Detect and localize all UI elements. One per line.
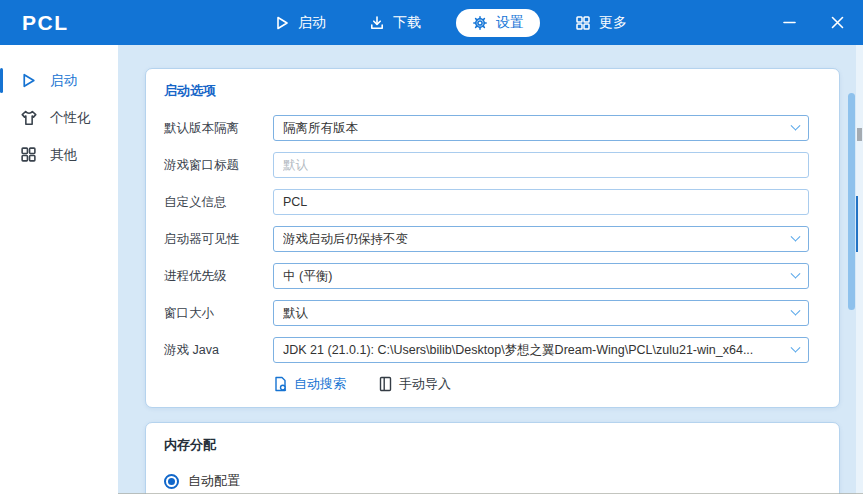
nav-more[interactable]: 更多 xyxy=(567,10,635,36)
launcher-visibility-select[interactable]: 游戏启动后仍保持不变 xyxy=(273,226,809,252)
scrollbar-thumb[interactable] xyxy=(848,93,855,310)
grid-icon xyxy=(20,146,38,163)
version-isolation-select[interactable]: 隔离所有版本 xyxy=(273,115,809,141)
chevron-down-icon xyxy=(791,342,801,352)
sidebar-item-label: 个性化 xyxy=(50,109,91,127)
import-icon xyxy=(378,376,393,392)
chevron-down-icon xyxy=(791,120,801,130)
nav-download-label: 下载 xyxy=(393,14,421,32)
app-logo: PCL xyxy=(22,11,69,35)
launch-options-card: 启动选项 默认版本隔离 隔离所有版本 游戏窗口标题 自定义信息 启动器可见性 游… xyxy=(145,68,840,408)
field-label: 默认版本隔离 xyxy=(164,120,273,137)
card-title[interactable]: 启动选项 xyxy=(164,82,839,100)
chevron-down-icon xyxy=(791,231,801,241)
minimize-icon xyxy=(783,16,796,29)
auto-search-link[interactable]: 自动搜索 xyxy=(273,375,346,393)
sidebar: 启动 个性化 其他 xyxy=(0,45,118,494)
manual-import-link[interactable]: 手动导入 xyxy=(378,375,451,393)
field-row-game-java: 游戏 Java JDK 21 (21.0.1): C:\Users\bilib\… xyxy=(164,337,809,363)
settings-page: 启动选项 默认版本隔离 隔离所有版本 游戏窗口标题 自定义信息 启动器可见性 游… xyxy=(118,45,863,494)
field-row-custom-info: 自定义信息 xyxy=(164,189,809,215)
gear-icon xyxy=(472,15,488,31)
play-icon xyxy=(274,15,290,31)
field-row-version-isolation: 默认版本隔离 隔离所有版本 xyxy=(164,115,809,141)
nav-settings-label: 设置 xyxy=(496,14,524,32)
sidebar-item-launch[interactable]: 启动 xyxy=(0,62,118,99)
memory-allocation-card: 内存分配 自动配置 xyxy=(145,422,840,494)
sidebar-item-personalization[interactable]: 个性化 xyxy=(0,99,118,136)
window-title-input[interactable] xyxy=(274,153,808,177)
window-title-field-wrap xyxy=(273,152,809,178)
background-window-edge xyxy=(856,45,863,494)
doc-search-icon xyxy=(273,376,288,392)
nav-download[interactable]: 下载 xyxy=(361,10,429,36)
top-nav: 启动 下载 设置 更多 xyxy=(266,0,635,45)
sidebar-item-label: 启动 xyxy=(50,72,77,90)
custom-info-field-wrap xyxy=(273,189,809,215)
field-label: 游戏 Java xyxy=(164,342,273,359)
window-size-select[interactable]: 默认 xyxy=(273,300,809,326)
play-icon xyxy=(20,72,38,89)
selected-indicator xyxy=(0,68,3,93)
grid-icon xyxy=(575,15,591,31)
field-row-process-priority: 进程优先级 中 (平衡) xyxy=(164,263,809,289)
field-row-launcher-visibility: 启动器可见性 游戏启动后仍保持不变 xyxy=(164,226,809,252)
auto-search-label: 自动搜索 xyxy=(294,375,346,393)
game-java-select[interactable]: JDK 21 (21.0.1): C:\Users\bilib\Desktop\… xyxy=(273,337,809,363)
field-label: 自定义信息 xyxy=(164,194,273,211)
manual-import-label: 手动导入 xyxy=(399,375,451,393)
card-title[interactable]: 内存分配 xyxy=(164,436,839,454)
custom-info-input[interactable] xyxy=(274,190,808,214)
field-label: 进程优先级 xyxy=(164,268,273,285)
auto-memory-radio-label: 自动配置 xyxy=(188,472,240,490)
radio-selected-icon[interactable] xyxy=(164,474,179,489)
sidebar-item-label: 其他 xyxy=(50,146,77,164)
nav-launch[interactable]: 启动 xyxy=(266,10,334,36)
background-window-artifact xyxy=(856,196,858,252)
window-controls xyxy=(777,0,849,45)
nav-settings[interactable]: 设置 xyxy=(456,9,540,37)
auto-memory-radio-row[interactable]: 自动配置 xyxy=(164,471,839,491)
field-label: 窗口大小 xyxy=(164,305,273,322)
java-actions: 自动搜索 手动导入 xyxy=(273,374,839,394)
process-priority-select[interactable]: 中 (平衡) xyxy=(273,263,809,289)
field-label: 启动器可见性 xyxy=(164,231,273,248)
field-row-window-title: 游戏窗口标题 xyxy=(164,152,809,178)
sidebar-item-other[interactable]: 其他 xyxy=(0,136,118,173)
field-label: 游戏窗口标题 xyxy=(164,157,273,174)
chevron-down-icon xyxy=(791,305,801,315)
nav-more-label: 更多 xyxy=(599,14,627,32)
titlebar: PCL 启动 下载 设置 xyxy=(0,0,863,45)
close-icon xyxy=(831,16,844,29)
nav-launch-label: 启动 xyxy=(298,14,326,32)
close-button[interactable] xyxy=(825,11,849,35)
background-window-artifact xyxy=(857,128,862,141)
minimize-button[interactable] xyxy=(777,11,801,35)
tshirt-icon xyxy=(20,109,38,127)
field-row-window-size: 窗口大小 默认 xyxy=(164,300,809,326)
chevron-down-icon xyxy=(791,268,801,278)
download-icon xyxy=(369,15,385,31)
